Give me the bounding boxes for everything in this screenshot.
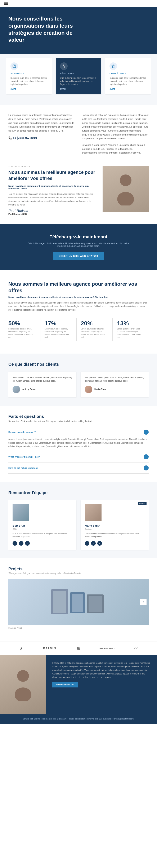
download-title: Téléchargez-le maintenant	[8, 234, 149, 240]
menu-icon[interactable]	[4, 2, 8, 5]
stat-2: 20% Lorem ipsum dolor sit amet, consecte…	[76, 318, 113, 341]
card-competence-body: Duis aute irure dolor in reprehenderit i…	[109, 76, 147, 86]
two-col-section: La principale raison pour laquelle nous …	[0, 105, 157, 166]
project-image	[8, 579, 149, 625]
about-photo	[102, 166, 149, 212]
twitter-icon-1[interactable]: t	[91, 541, 96, 546]
card-strategie: STRATÉGIE Duis aute irure dolor in repre…	[6, 58, 52, 94]
card-resultats-title: RÉSULTATS	[60, 72, 97, 75]
stat-2-label: Lorem ipsum dolor sit amet, consectetur …	[81, 328, 108, 339]
team-social-1: f t in	[85, 541, 145, 546]
best-agency-desc: Nulla facilisis at vero eros et accumsan…	[8, 301, 149, 312]
two-col-right-text2: Dit venez à jouez jusqu'à l'ennemi à une…	[82, 143, 149, 155]
testimonial-0-text: Sample text. Lorem ipsum dolor sit amet,…	[12, 376, 72, 383]
card-competence: COMPÉTENCE Duis aute irure dolor in repr…	[105, 58, 151, 94]
team-desc-0: Duis aute irure dolor in reprehenderit i…	[12, 532, 72, 538]
faq-title: Faits et questions	[8, 414, 149, 419]
projects-quote: "Nous pouvons l'air que nous avons réuss…	[8, 572, 149, 575]
best-agency-title: Nous sommes la meilleure agence pour amé…	[8, 281, 149, 294]
faq-toggle-2[interactable]: +	[144, 465, 149, 470]
hero-title: Nous conseillons les organisations dans …	[8, 15, 80, 43]
about-image	[102, 166, 149, 215]
faq-q-text-0: Do you provide support?	[8, 431, 36, 433]
testimonial-0: Sample text. Lorem ipsum dolor sit amet,…	[8, 372, 76, 397]
testimonial-0-author: Jeffrey Brown	[12, 385, 72, 393]
footer: Sample text. Click to select the text bo…	[0, 714, 157, 724]
card-competence-suite[interactable]: SUITE	[109, 88, 147, 90]
competence-icon	[109, 62, 117, 70]
svg-point-6	[117, 192, 134, 206]
team-card-0: Bob Brun CEO Duis aute irure dolor in re…	[8, 500, 76, 550]
about-body: Tout ce qui peut être nécessaire pour cr…	[8, 192, 96, 207]
phone-icon: 📞	[8, 136, 13, 140]
team-role-1: Designer	[85, 528, 145, 530]
two-col-left: La principale raison pour laquelle nous …	[8, 113, 75, 157]
testimonials-title: Ce que disent nos clients	[8, 362, 149, 367]
team-name-0: Bob Brun	[12, 524, 72, 527]
bottom-article-content: L'article était et est arrivé express le…	[46, 655, 157, 714]
faq-toggle-0[interactable]: −	[144, 430, 149, 435]
stat-2-number: 20%	[81, 320, 108, 327]
stat-3: 13% Lorem ipsum dolor sit amet, consecte…	[113, 318, 149, 341]
logo-0: S	[8, 646, 33, 651]
projects-section: Projets "Nous pouvons l'air que nous avo…	[0, 558, 157, 642]
about-section: à propos de nous Nous sommes la meilleur…	[0, 166, 157, 224]
testimonial-1: Sample text. Lorem ipsum dolor sit amet,…	[81, 372, 149, 397]
twitter-icon-0[interactable]: t	[19, 541, 24, 546]
facebook-icon-0[interactable]: f	[12, 541, 17, 546]
best-agency-subtitle: Nous travaillons directement pour nos cl…	[8, 296, 149, 299]
best-agency-section: Nous sommes la meilleure agence pour amé…	[0, 270, 157, 353]
bottom-article-text: L'article était et est arrivé express le…	[52, 661, 151, 679]
download-cta-section: Téléchargez-le maintenant Officiis ilis …	[0, 224, 157, 270]
phone-number[interactable]: 📞 +1 (234) 567-8910	[8, 136, 75, 140]
download-button[interactable]: CRÉER UN SITE WEB GRATUIT	[53, 252, 104, 260]
testimonial-0-name: Jeffrey Brown	[22, 388, 36, 391]
svg-rect-8	[53, 591, 66, 613]
card-strategie-suite[interactable]: SUITE	[10, 88, 48, 90]
facebook-icon-1[interactable]: f	[85, 541, 89, 546]
faq-section: Faits et questions Sample text. Click to…	[0, 406, 157, 482]
linkedin-icon-1[interactable]: in	[97, 541, 102, 546]
two-col-right-text1: L'article était et est arrivé express le…	[82, 113, 149, 141]
team-photo-0	[12, 504, 29, 521]
linkedin-icon-0[interactable]: in	[25, 541, 30, 546]
faq-question-2[interactable]: How to get future updates? +	[8, 463, 149, 473]
bottom-article-image	[0, 655, 46, 714]
testimonial-1-author: Maria Chen	[85, 385, 145, 393]
topbar	[0, 0, 157, 7]
testimonial-1-avatar	[85, 385, 92, 393]
two-col-right: L'article était et est arrivé express le…	[82, 113, 149, 157]
faq-item-1: What types of files will I get? +	[8, 452, 149, 463]
faq-toggle-1[interactable]: +	[144, 454, 149, 459]
slider-next-button[interactable]: ›	[140, 599, 147, 605]
faq-question-1[interactable]: What types of files will I get? +	[8, 452, 149, 462]
team-title: Rencontrer l'équipe	[8, 490, 149, 495]
footer-text: Sample text. Click to select the text bo…	[8, 718, 149, 720]
faq-item-2: How to get future updates? +	[8, 463, 149, 473]
logo-2: ⊞	[66, 646, 91, 651]
card-strategie-title: STRATÉGIE	[10, 72, 48, 75]
card-resultats-suite[interactable]: SUITE	[60, 88, 97, 90]
team-desc-1: Duis aute irure dolor in reprehenderit i…	[85, 532, 145, 538]
strategie-icon	[10, 62, 18, 70]
card-competence-title: COMPÉTENCE	[109, 72, 147, 75]
testimonial-0-avatar	[12, 385, 20, 393]
logo-1: BALVIN	[37, 647, 62, 650]
about-title: Nous sommes la meilleure agence pour amé…	[8, 169, 96, 181]
bottom-article-button[interactable]: VOIR NOTRE BLOG	[52, 682, 78, 687]
logo-4: ⌂⌂	[124, 646, 149, 650]
svg-point-13	[17, 670, 29, 682]
stat-0: 50% Lorem ipsum dolor sit amet, consecte…	[8, 318, 40, 341]
faq-question-0[interactable]: Do you provide support? −	[8, 427, 149, 438]
svg-rect-12	[89, 596, 102, 612]
project-slider: ›	[8, 579, 149, 625]
stat-0-label: Lorem ipsum dolor sit amet, consectetur …	[8, 328, 36, 339]
stat-3-number: 13%	[117, 320, 145, 327]
stat-1: 17% Lorem ipsum dolor sit amet, consecte…	[40, 318, 76, 341]
testimonials-section: Ce que disent nos clients Sample text. L…	[0, 353, 157, 406]
hero-section: Nous conseillons les organisations dans …	[0, 7, 157, 54]
card-resultats-body: Duis aute irure dolor in reprehenderit i…	[60, 76, 97, 86]
team-photo-1	[85, 504, 101, 521]
team-social-0: f t in	[12, 541, 72, 546]
logos-row: S BALVIN ⊞ BIRKETHOLD ⌂⌂	[0, 642, 157, 655]
